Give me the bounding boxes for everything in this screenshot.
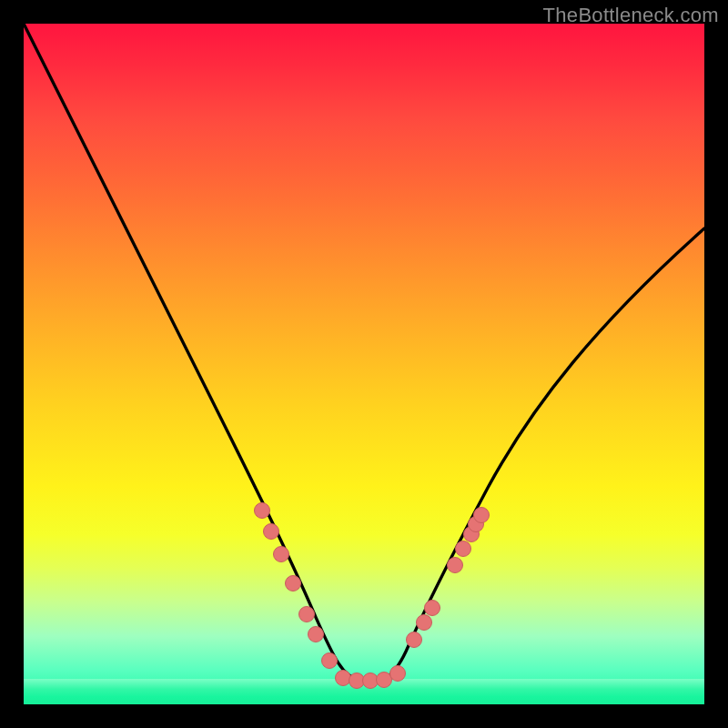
curve-marker: [425, 601, 440, 616]
curve-marker: [407, 632, 422, 648]
curve-marker: [363, 673, 379, 689]
curve-marker: [299, 607, 315, 622]
curve-marker: [308, 627, 324, 642]
watermark-text: TheBottleneck.com: [543, 4, 719, 27]
curve-marker: [286, 576, 301, 592]
chart-stage: TheBottleneck.com: [0, 0, 728, 728]
curve-marker: [255, 503, 270, 519]
curve-marker: [349, 673, 365, 689]
curve-layer: [24, 24, 704, 704]
marker-group: [255, 503, 490, 689]
bottleneck-curve: [24, 24, 704, 682]
curve-marker: [322, 653, 338, 669]
curve-marker: [417, 615, 432, 631]
curve-marker: [448, 558, 463, 573]
curve-marker: [377, 672, 392, 688]
plot-area: [24, 24, 704, 704]
curve-marker: [390, 666, 406, 682]
curve-marker: [474, 508, 490, 523]
curve-marker: [274, 547, 289, 562]
curve-marker: [264, 524, 279, 540]
curve-marker: [336, 671, 351, 686]
curve-marker: [456, 541, 471, 557]
